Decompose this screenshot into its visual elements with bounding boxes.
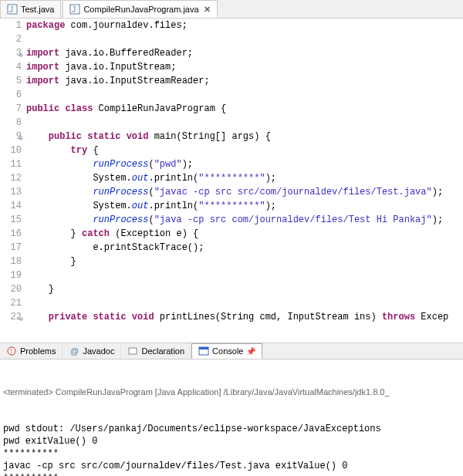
code-line[interactable]: package com.journaldev.files;: [26, 19, 463, 32]
tab-label: Problems: [20, 346, 56, 356]
console-view[interactable]: <terminated> CompileRunJavaProgram [Java…: [0, 360, 463, 476]
code-line[interactable]: System.out.println("**********");: [26, 171, 463, 185]
line-number: 4: [0, 60, 22, 74]
line-number: 22⊖: [0, 310, 22, 324]
code-line[interactable]: }: [26, 255, 463, 268]
code-line[interactable]: private static void printLines(String cm…: [26, 310, 463, 324]
tab-console[interactable]: Console 📌: [191, 343, 262, 359]
svg-text:!: !: [10, 347, 12, 355]
svg-rect-9: [199, 347, 208, 349]
line-number: 13: [0, 185, 22, 199]
tab-label: Console: [212, 346, 243, 356]
line-number: 14: [0, 199, 22, 213]
code-line[interactable]: import java.io.BufferedReader;: [26, 46, 463, 60]
code-line[interactable]: [26, 296, 463, 310]
svg-text:J: J: [72, 5, 76, 14]
line-number: 20: [0, 282, 22, 296]
code-line[interactable]: runProcess("java -cp src com/journaldev/…: [26, 213, 463, 227]
declaration-icon: [127, 346, 138, 356]
line-number: 5: [0, 74, 22, 88]
code-line[interactable]: public static void main(String[] args) {: [26, 130, 463, 143]
line-number: 10: [0, 143, 22, 157]
javadoc-icon: @: [69, 346, 79, 356]
code-editor[interactable]: 123⊖456789⊖10111213141516171819202122⊖ p…: [0, 19, 463, 343]
console-output: pwd stdout: /Users/pankaj/Documents/ecli…: [3, 423, 460, 476]
line-number-gutter: 123⊖456789⊖10111213141516171819202122⊖: [0, 19, 26, 343]
code-line[interactable]: [26, 116, 463, 130]
line-number: 1: [0, 19, 22, 32]
line-number: 11: [0, 157, 22, 171]
code-line[interactable]: } catch (Exception e) {: [26, 227, 463, 241]
line-number: 18: [0, 255, 22, 268]
code-line[interactable]: [26, 32, 463, 46]
code-line[interactable]: import java.io.InputStreamReader;: [26, 74, 463, 88]
tab-label: Javadoc: [83, 346, 114, 356]
line-number: 9⊖: [0, 130, 22, 143]
line-number: 7: [0, 102, 22, 116]
pin-icon[interactable]: 📌: [246, 347, 255, 356]
line-number: 3⊖: [0, 46, 22, 60]
line-number: 6: [0, 88, 22, 102]
code-line[interactable]: try {: [26, 143, 463, 157]
tab-compile-run[interactable]: J CompileRunJavaProgram.java ✕: [63, 0, 217, 18]
tab-label: CompileRunJavaProgram.java: [83, 5, 198, 14]
fold-icon[interactable]: ⊖: [19, 312, 23, 326]
code-line[interactable]: runProcess("pwd");: [26, 157, 463, 171]
svg-text:@: @: [70, 346, 79, 356]
tab-test-java[interactable]: J Test.java: [0, 0, 61, 18]
java-file-icon: J: [69, 4, 80, 15]
code-line[interactable]: }: [26, 282, 463, 296]
code-line[interactable]: runProcess("javac -cp src src/com/journa…: [26, 185, 463, 199]
code-line[interactable]: import java.io.InputStream;: [26, 60, 463, 74]
code-line[interactable]: public class CompileRunJavaProgram {: [26, 102, 463, 116]
svg-rect-7: [129, 348, 137, 354]
console-line: **********: [3, 472, 460, 476]
svg-text:J: J: [9, 5, 13, 14]
tab-declaration[interactable]: Declaration: [121, 344, 191, 358]
code-line[interactable]: e.printStackTrace();: [26, 241, 463, 255]
problems-icon: !: [6, 346, 17, 356]
console-icon: [198, 346, 209, 356]
line-number: 12: [0, 171, 22, 185]
tab-problems[interactable]: ! Problems: [0, 344, 63, 358]
close-icon[interactable]: ✕: [204, 5, 211, 15]
tab-javadoc[interactable]: @ Javadoc: [63, 344, 121, 358]
code-line[interactable]: System.out.println("**********");: [26, 199, 463, 213]
code-line[interactable]: [26, 88, 463, 102]
tab-label: Test.java: [21, 5, 54, 14]
console-line: **********: [3, 447, 460, 460]
line-number: 15: [0, 213, 22, 227]
console-line: pwd exitValue() 0: [3, 435, 460, 447]
code-area[interactable]: package com.journaldev.files; import jav…: [26, 19, 463, 343]
line-number: 19: [0, 268, 22, 282]
line-number: 8: [0, 116, 22, 130]
tab-label: Declaration: [141, 346, 184, 356]
line-number: 2: [0, 32, 22, 46]
line-number: 21: [0, 296, 22, 310]
console-line: javac -cp src src/com/journaldev/files/T…: [3, 460, 460, 472]
code-line[interactable]: [26, 268, 463, 282]
console-header: <terminated> CompileRunJavaProgram [Java…: [3, 386, 460, 398]
console-line: pwd stdout: /Users/pankaj/Documents/ecli…: [3, 423, 460, 435]
bottom-view-tabs: ! Problems @ Javadoc Declaration Console…: [0, 343, 463, 360]
java-file-icon: J: [7, 4, 18, 15]
line-number: 17: [0, 241, 22, 255]
line-number: 16: [0, 227, 22, 241]
editor-tabs: J Test.java J CompileRunJavaProgram.java…: [0, 0, 463, 19]
